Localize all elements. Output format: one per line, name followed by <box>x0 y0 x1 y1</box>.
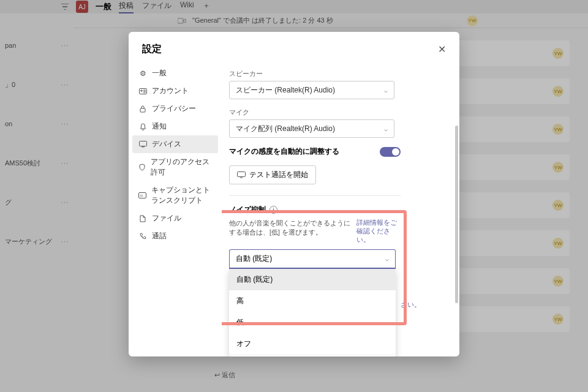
cc-icon: cc <box>138 191 146 200</box>
learn-more-link[interactable]: 詳細情報をご確認ください。 <box>356 219 399 244</box>
dropdown-footer: なし▾ <box>229 355 396 356</box>
nav-files[interactable]: ファイル <box>132 209 218 227</box>
svg-rect-4 <box>139 141 146 146</box>
svg-point-2 <box>140 89 142 91</box>
file-icon <box>138 214 147 223</box>
noise-option-low[interactable]: 低 <box>229 312 396 333</box>
device-icon <box>237 172 246 178</box>
device-icon <box>138 140 147 149</box>
noise-option-auto[interactable]: 自動 (既定) <box>229 269 396 290</box>
test-call-button[interactable]: テスト通話を開始 <box>229 165 316 184</box>
settings-modal: 設定 ✕ ⚙一般 アカウント プライバシー 通知 デバイス アプリのアクセス許可… <box>129 32 459 356</box>
noise-dropdown: 自動 (既定) 高 低 オフ なし▾ <box>229 269 396 356</box>
auto-gain-label: マイクの感度を自動的に調整する <box>229 146 339 157</box>
auto-gain-toggle[interactable] <box>380 147 401 157</box>
speaker-select[interactable]: スピーカー (Realtek(R) Audio) ⌵ <box>229 81 394 99</box>
chevron-down-icon: ⌵ <box>385 255 389 262</box>
svg-rect-3 <box>140 108 145 112</box>
info-icon[interactable]: i <box>270 206 277 214</box>
gear-icon: ⚙ <box>138 69 147 78</box>
nav-general[interactable]: ⚙一般 <box>132 64 218 82</box>
nav-captions[interactable]: ccキャプションとトランスクリプト <box>132 181 218 209</box>
phone-icon <box>138 232 147 241</box>
chevron-down-icon: ⌵ <box>384 87 388 94</box>
nav-privacy[interactable]: プライバシー <box>132 100 218 118</box>
nav-notifications[interactable]: 通知 <box>132 118 218 135</box>
lock-icon <box>138 105 147 113</box>
id-icon <box>138 87 147 96</box>
settings-nav: ⚙一般 アカウント プライバシー 通知 デバイス アプリのアクセス許可 ccキャ… <box>129 64 222 356</box>
speaker-label: スピーカー <box>229 69 448 78</box>
settings-content: スピーカー スピーカー (Realtek(R) Audio) ⌵ マイク マイク… <box>222 64 459 356</box>
svg-rect-7 <box>238 172 246 177</box>
nav-calls[interactable]: 通話 <box>132 227 218 245</box>
noise-title: ノイズ抑制 <box>229 205 266 215</box>
close-button[interactable]: ✕ <box>438 43 446 55</box>
noise-select[interactable]: 自動 (既定) ⌵ <box>229 249 396 269</box>
mic-label: マイク <box>229 108 448 117</box>
shield-icon <box>138 163 146 172</box>
bell-icon <box>138 123 147 131</box>
modal-title: 設定 <box>142 43 162 56</box>
chevron-down-icon: ⌵ <box>384 126 388 132</box>
svg-text:cc: cc <box>140 194 144 197</box>
nav-devices[interactable]: デバイス <box>132 135 218 153</box>
noise-description: 他の人が音楽を聞くことができるようにする場合は、[低] を選びます。 <box>229 219 352 236</box>
scrollbar[interactable] <box>455 126 458 303</box>
extra-link[interactable]: さい。 <box>401 301 421 309</box>
divider <box>229 195 401 196</box>
nav-account[interactable]: アカウント <box>132 82 218 100</box>
noise-option-off[interactable]: オフ <box>229 333 396 355</box>
mic-select[interactable]: マイク配列 (Realtek(R) Audio) ⌵ <box>229 119 394 138</box>
noise-option-high[interactable]: 高 <box>229 290 396 312</box>
nav-app-permissions[interactable]: アプリのアクセス許可 <box>132 153 218 181</box>
